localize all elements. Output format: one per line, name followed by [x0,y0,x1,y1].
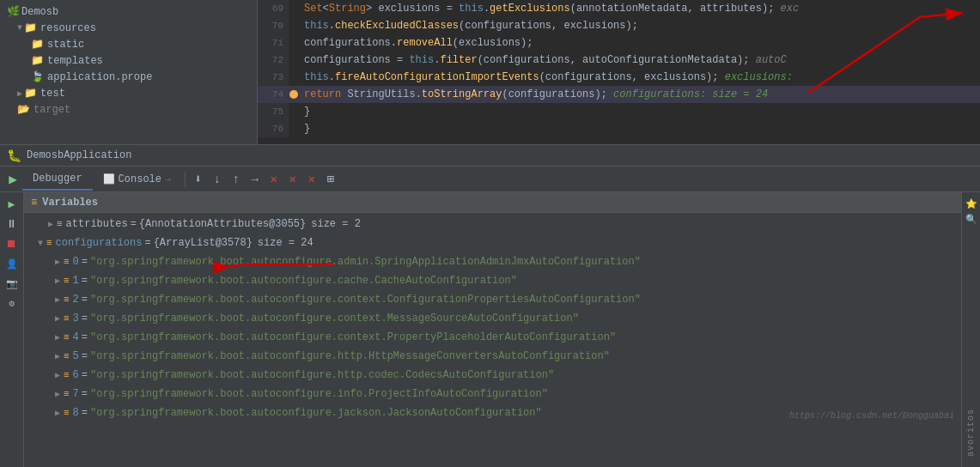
code-line-75: 75 } [258,103,980,120]
code-line-69: 69 Set<String> exclusions = this.getExcl… [258,0,980,17]
fav-btn-2[interactable]: 🔍 [964,211,979,227]
var-row-1[interactable]: ▶ ≡ 1 = "org.springframework.boot.autoco… [24,271,961,290]
var-value-attributes: {AnnotationAttributes@3055} [139,218,306,230]
var-row-0[interactable]: ▶ ≡ 0 = "org.springframework.boot.autoco… [24,252,961,271]
favorites-label: avoritos [966,409,976,457]
var-row-3[interactable]: ▶ ≡ 3 = "org.springframework.boot.autoco… [24,309,961,328]
var-value-8: "org.springframework.boot.autoconfigure.… [90,407,542,419]
camera-sidebar-btn[interactable]: 📷 [3,275,21,292]
tree-label-props: application.prope [47,71,152,83]
debug-tabs-toolbar: ▶ Debugger ⬜ Console → ⬇ ↓ ↑ → ✕ ✕ ✕ ⊞ [0,167,980,192]
var-name-6: 6 [73,369,79,381]
var-name-7: 7 [73,388,79,400]
grid-btn[interactable]: ⊞ [321,170,340,189]
var-name-0: 0 [73,256,79,268]
variables-panel: ≡ Variables ▶ ≡ attributes = {Annotation… [24,192,961,467]
variables-content: ▶ ≡ attributes = {AnnotationAttributes@3… [24,213,961,424]
tree-item-templates[interactable]: 📁 templates [0,52,257,69]
stop-sidebar-btn[interactable]: ⏹ [3,235,21,252]
debug-titlebar: 🐛 DemosbApplication [0,144,980,167]
code-editor: 69 Set<String> exclusions = this.getExcl… [258,0,980,144]
code-line-72: 72 configurations = this.filter(configur… [258,52,980,69]
settings-sidebar-btn[interactable]: ⚙ [3,294,21,312]
step-into-btn[interactable]: ↓ [208,170,227,189]
tree-item-application-props[interactable]: 🍃 application.prope [0,69,257,85]
var-name-4: 4 [73,331,79,343]
var-value-7: "org.springframework.boot.autoconfigure.… [90,388,548,400]
var-value-6: "org.springframework.boot.autoconfigure.… [90,369,554,381]
step-out-btn[interactable]: ↑ [227,170,246,189]
resume-button[interactable]: ▶ [3,170,22,189]
var-row-configurations[interactable]: ▼ ≡ configurations = {ArrayList@3578} si… [24,234,961,252]
var-row-2[interactable]: ▶ ≡ 2 = "org.springframework.boot.autoco… [24,290,961,309]
debug-section: 🐛 DemosbApplication ▶ Debugger ⬜ Console… [0,144,980,467]
tree-label-static: static [47,39,84,51]
tree-item-demosb[interactable]: 🌿 Demosb [0,3,257,20]
step-over-btn[interactable]: ⬇ [189,170,208,189]
var-row-attributes[interactable]: ▶ ≡ attributes = {AnnotationAttributes@3… [24,215,961,234]
var-row-5[interactable]: ▶ ≡ 5 = "org.springframework.boot.autoco… [24,347,961,366]
watermark: https://blog.csdn.net/Dongguabai [789,411,954,421]
var-row-6[interactable]: ▶ ≡ 6 = "org.springframework.boot.autoco… [24,366,961,385]
pause-sidebar-btn[interactable]: ⏸ [3,215,21,233]
resume-sidebar-btn[interactable]: ▶ [3,196,21,213]
var-name-attributes: attributes [66,218,128,230]
fav-btn-1[interactable]: ⭐ [964,196,979,211]
var-size-configurations: size = 24 [258,237,313,249]
var-name-3: 3 [73,312,79,324]
frames-btn[interactable]: ✕ [283,170,302,189]
code-line-71: 71 configurations.removeAll(exclusions); [258,34,980,52]
var-name-5: 5 [73,350,79,362]
debugger-tab-label: Debugger [33,173,82,185]
code-line-76: 76 } [258,120,980,137]
var-name-2: 2 [73,294,79,306]
tree-label-templates: templates [47,55,103,67]
var-row-7[interactable]: ▶ ≡ 7 = "org.springframework.boot.autoco… [24,385,961,403]
favorites-bar: ⭐ 🔍 avoritos [961,192,980,467]
code-line-70: 70 this.checkExcludedClasses(configurati… [258,17,980,34]
var-row-4[interactable]: ▶ ≡ 4 = "org.springframework.boot.autoco… [24,328,961,347]
debug-title: DemosbApplication [27,149,131,161]
var-name-8: 8 [73,407,79,419]
console-tab-label: Console [119,173,161,185]
debug-icon: 🐛 [7,149,21,163]
var-value-5: "org.springframework.boot.autoconfigure.… [90,350,610,362]
file-tree: 🌿 Demosb ▼ 📁 resources 📁 static 📁 templa… [0,0,258,144]
var-name-1: 1 [73,275,79,287]
tree-item-target[interactable]: 📂 target [0,101,257,118]
tree-label-target: target [33,104,70,116]
tree-label-resources: resources [40,22,96,34]
tree-item-test[interactable]: ▶ 📁 test [0,85,257,101]
var-value-0: "org.springframework.boot.autoconfigure.… [90,256,641,268]
frames-sidebar-btn[interactable]: 👤 [3,255,21,272]
debug-body: ▶ ⏸ ⏹ 👤 📷 ⚙ ≡ Variables [0,192,980,467]
variables-title: Variables [42,197,98,209]
var-name-configurations: configurations [56,237,143,249]
run-to-cursor-btn[interactable]: → [246,170,265,189]
settings-btn[interactable]: ✕ [302,170,321,189]
var-size-attributes: size = 2 [311,218,361,230]
tab-console[interactable]: ⬜ Console → [93,168,181,191]
code-line-73: 73 this.fireAutoConfigurationImportEvent… [258,69,980,86]
debug-left-sidebar: ▶ ⏸ ⏹ 👤 📷 ⚙ [0,192,24,467]
var-value-2: "org.springframework.boot.autoconfigure.… [90,294,641,306]
var-value-4: "org.springframework.boot.autoconfigure.… [90,331,616,343]
variables-header: ≡ Variables [24,192,961,213]
evaluate-btn[interactable]: ✕ [265,170,283,189]
variables-icon: ≡ [31,197,37,209]
tree-item-resources[interactable]: ▼ 📁 resources [0,20,257,36]
var-value-1: "org.springframework.boot.autoconfigure.… [90,275,517,287]
tree-item-static[interactable]: 📁 static [0,36,257,52]
code-line-74: 74 return StringUtils.toStringArray(conf… [258,86,980,103]
var-value-configurations: {ArrayList@3578} [154,237,253,249]
tree-label-test: test [40,88,65,100]
tab-debugger[interactable]: Debugger [22,168,93,191]
tree-label: Demosb [21,6,58,18]
var-value-3: "org.springframework.boot.autoconfigure.… [90,312,579,324]
